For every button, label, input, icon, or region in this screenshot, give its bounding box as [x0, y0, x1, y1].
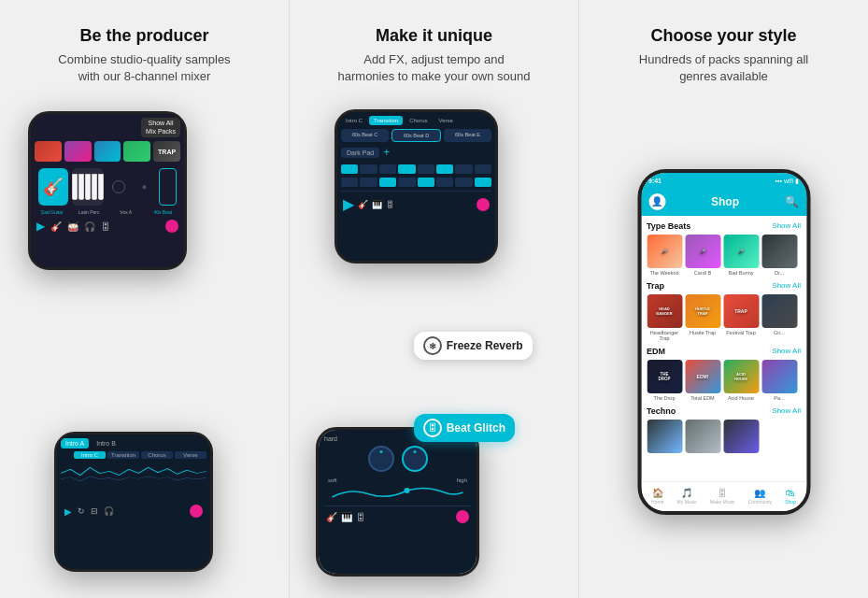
card-headbanger[interactable]: HEADBANGER	[647, 294, 682, 328]
panel1-subtitle: Combine studio-quality sampleswith our 8…	[58, 51, 230, 85]
chorus-seg[interactable]: Chorus	[141, 451, 173, 459]
card-badbunny[interactable]: 🎤	[723, 235, 759, 268]
dial-icon: 🎛	[101, 221, 110, 232]
record-btn2[interactable]	[190, 505, 203, 518]
record-btn4[interactable]	[456, 510, 469, 523]
record-btn[interactable]	[165, 220, 178, 233]
search-icon[interactable]: 🔍	[785, 195, 799, 208]
nav-home[interactable]: 🏠 Home	[651, 488, 663, 505]
community-icon: 👥	[754, 488, 765, 498]
card-techno2[interactable]	[685, 420, 720, 453]
techno-show-all[interactable]: Show All	[772, 406, 801, 415]
panel-choose-style: Choose your style Hundreds of packs span…	[578, 0, 868, 598]
card-pa[interactable]	[761, 360, 797, 393]
seq-tab-trans[interactable]: Transition	[369, 116, 403, 125]
guitar-channel[interactable]: 🎸	[38, 168, 68, 206]
card-hustletrap[interactable]: HUSTLETRAP	[685, 294, 720, 328]
trap-show-all[interactable]: Show All	[772, 281, 801, 290]
card-weeknd[interactable]: 🎤	[647, 235, 682, 268]
card-acidhouse-label: Acid House	[723, 395, 759, 401]
user-avatar[interactable]: 👤	[648, 193, 665, 210]
battery-icon: ▮	[795, 178, 799, 185]
intro-c-seg[interactable]: Intro C	[74, 451, 106, 459]
knob-2[interactable]	[402, 446, 428, 472]
trap-title: Trap	[647, 281, 664, 291]
intro-a-tab[interactable]: Intro A	[61, 438, 89, 448]
mymusic-icon: 🎵	[681, 488, 692, 498]
nav-makemusic-label: Make Music	[710, 499, 735, 505]
card-festival[interactable]: TRAP	[723, 294, 759, 328]
drum-icon: 🥁	[67, 221, 78, 232]
edm-show-all[interactable]: Show All	[772, 347, 801, 355]
panel2-subtitle: Add FX, adjust tempo andharmonies to mak…	[338, 51, 531, 85]
pack-thumb[interactable]	[64, 141, 92, 162]
wave-svg	[61, 462, 206, 485]
nav-community[interactable]: 👥 Community	[748, 488, 772, 505]
seq-tab-introc[interactable]: Intro C	[341, 116, 367, 125]
beat-glitch-label: Beat Glitch	[447, 421, 505, 434]
phone-sequencer: Intro C Transition Chorus Verse 60s Beat…	[334, 109, 498, 263]
panel-make-unique: Make it unique Add FX, adjust tempo andh…	[289, 0, 578, 598]
card-badbunny-label: Bad Bunny	[723, 270, 759, 276]
pack-thumb[interactable]	[123, 141, 150, 162]
pack-thumb[interactable]	[94, 141, 121, 162]
record-btn3[interactable]	[477, 198, 490, 211]
techno-title: Techno	[647, 406, 676, 416]
fx-wave	[324, 483, 471, 502]
wifi-icon: wifi	[784, 178, 793, 185]
freeze-icon: ❄	[423, 336, 442, 355]
card-drop[interactable]: THEDROP	[647, 360, 682, 393]
headphone2-icon: 🎧	[104, 506, 114, 516]
card-techno3[interactable]	[723, 420, 759, 453]
play-btn3[interactable]: ▶	[343, 195, 354, 213]
nav-mymusic[interactable]: 🎵 My Music	[677, 488, 697, 505]
sample-beat-e[interactable]: 60s Beat E	[444, 129, 491, 142]
card-acidhouse[interactable]: ACIDHOUSE	[723, 360, 759, 393]
dial3-icon: 🎛	[386, 200, 394, 209]
verse-seg[interactable]: Verse	[175, 451, 206, 459]
pack-trap[interactable]: TRAP	[153, 141, 180, 162]
makemusic-icon: 🎛	[718, 488, 727, 498]
freeze-reverb-tooltip[interactable]: ❄ Freeze Reverb	[414, 332, 533, 360]
nav-community-label: Community	[748, 499, 772, 505]
dial4-icon: 🎛	[356, 512, 365, 522]
transition-seg[interactable]: Transition	[107, 451, 139, 459]
card-techno1[interactable]	[647, 420, 682, 453]
add-sample-btn[interactable]: +	[383, 146, 390, 159]
knob-1[interactable]	[368, 446, 394, 472]
shop-title: Shop	[711, 195, 739, 208]
nav-home-label: Home	[651, 499, 663, 505]
play-icon[interactable]: ▶	[64, 506, 72, 517]
home-icon: 🏠	[652, 488, 663, 498]
channel-4[interactable]: ●	[134, 168, 156, 206]
filter-icon: ⊟	[91, 506, 98, 516]
nav-shop-label: Shop	[785, 499, 796, 505]
sample-beat-d[interactable]: 60s Beat D	[391, 129, 441, 142]
channel-3[interactable]	[107, 168, 130, 206]
play-btn[interactable]: ▶	[36, 220, 45, 233]
beat-glitch-tooltip[interactable]: 🎛 Beat Glitch	[414, 414, 515, 442]
mixer-screen: Show AllMix Packs TRAP 🎸	[31, 114, 184, 267]
keyboard-channel[interactable]	[72, 168, 104, 206]
ch-label-4: 40s Beat	[146, 209, 181, 215]
nav-shop[interactable]: 🛍 Shop	[785, 488, 796, 505]
seq-tab-verse[interactable]: Verse	[434, 116, 457, 125]
panel2-phones: Intro C Transition Chorus Verse 60s Beat…	[306, 102, 562, 581]
shop-icon: 🛍	[786, 488, 795, 498]
card-dr[interactable]	[761, 235, 797, 268]
pack-thumb[interactable]	[35, 141, 62, 162]
seq-tab-chorus[interactable]: Chorus	[405, 116, 432, 125]
card-totaledm[interactable]: EDM!	[685, 360, 720, 393]
type-beats-show-all[interactable]: Show All	[772, 221, 801, 230]
intro-b-tab[interactable]: Intro B	[92, 438, 121, 448]
panel1-title: Be the producer	[79, 26, 208, 46]
sample-beat-c[interactable]: 60s Beat C	[341, 129, 389, 142]
dark-pad-tag[interactable]: Dark Pad	[341, 148, 379, 158]
nav-makemusic[interactable]: 🎛 Make Music	[710, 488, 735, 505]
glitch-icon: 🎛	[423, 419, 442, 437]
shop-content: Type Beats Show All 🎤 The Weeknd	[641, 216, 806, 481]
card-cardib[interactable]: 🎤	[685, 235, 720, 268]
show-all-btn[interactable]: Show AllMix Packs	[141, 118, 180, 137]
card-grime[interactable]	[761, 294, 797, 328]
channel-active[interactable]	[159, 168, 177, 206]
